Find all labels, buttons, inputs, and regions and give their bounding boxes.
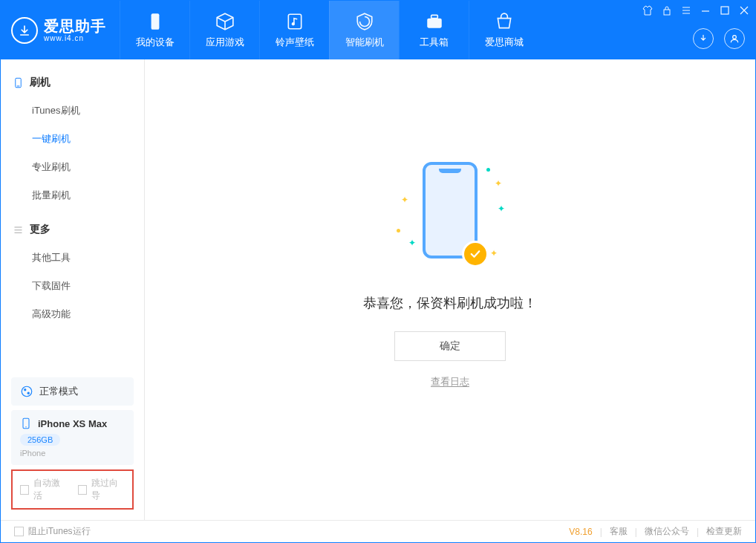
checkbox-icon: [14, 527, 24, 536]
list-icon: [13, 224, 24, 235]
note-icon: [285, 12, 304, 31]
tab-label: 我的设备: [136, 36, 175, 49]
mode-label: 正常模式: [39, 385, 78, 398]
checkbox-icon: [20, 485, 29, 495]
success-message: 恭喜您，保资料刷机成功啦！: [363, 294, 537, 312]
shield-icon: [355, 12, 374, 31]
sidebar-item-batch-flash[interactable]: 批量刷机: [1, 181, 144, 209]
main-content: ✦ ✦ ✦ ✦ ✦ 恭喜您，保资料刷机成功啦！ 确定 查看日志: [145, 59, 755, 520]
download-button[interactable]: [693, 28, 714, 49]
tab-apps-games[interactable]: 应用游戏: [189, 1, 259, 59]
sidebar-item-oneclick-flash[interactable]: 一键刷机: [1, 125, 144, 153]
storage-badge: 256GB: [20, 434, 60, 446]
tab-label: 铃声壁纸: [276, 36, 314, 49]
app-name: 爱思助手: [44, 18, 106, 34]
menu-icon[interactable]: [681, 5, 691, 16]
sidebar-item-other-tools[interactable]: 其他工具: [1, 244, 144, 272]
checkbox-icon: [78, 485, 87, 495]
chk-label: 阻止iTunes运行: [28, 525, 91, 538]
ok-button[interactable]: 确定: [394, 331, 506, 361]
svg-point-11: [24, 388, 26, 391]
user-button[interactable]: [724, 28, 745, 49]
store-icon: [495, 12, 514, 31]
options-highlight-box: 自动激活 跳过向导: [11, 469, 134, 510]
logo-icon: [11, 17, 38, 44]
phone-icon: [13, 77, 24, 88]
footer-link-support[interactable]: 客服: [610, 525, 628, 538]
tab-label: 工具箱: [420, 36, 449, 49]
sidebar-group-more: 更多: [1, 215, 144, 244]
cube-icon: [215, 12, 235, 31]
svg-rect-3: [427, 18, 442, 27]
view-log-link[interactable]: 查看日志: [431, 376, 469, 387]
svg-point-7: [733, 36, 737, 39]
sidebar-item-itunes-flash[interactable]: iTunes刷机: [1, 97, 144, 125]
svg-rect-5: [664, 10, 670, 15]
check-icon: [469, 247, 482, 261]
device-info-card[interactable]: iPhone XS Max 256GB iPhone: [11, 410, 134, 465]
device-icon: [20, 417, 32, 429]
sidebar: 刷机 iTunes刷机 一键刷机 专业刷机 批量刷机 更多 其他工具 下载固件 …: [1, 59, 145, 520]
device-icon: [146, 12, 165, 31]
logo-area: 爱思助手 www.i4.cn: [1, 1, 120, 59]
device-mode-card[interactable]: 正常模式: [11, 377, 134, 406]
svg-point-12: [27, 392, 30, 394]
device-type: iPhone: [20, 449, 125, 458]
footer-link-update[interactable]: 检查更新: [706, 525, 742, 538]
checkbox-prevent-itunes[interactable]: 阻止iTunes运行: [14, 525, 91, 538]
tab-label: 应用游戏: [206, 36, 244, 49]
status-bar: 阻止iTunes运行 V8.16 | 客服 | 微信公众号 | 检查更新: [1, 520, 755, 542]
group-title: 更多: [30, 223, 50, 236]
minimize-icon[interactable]: [700, 5, 711, 16]
lock-icon[interactable]: [662, 5, 672, 16]
chk-label: 自动激活: [33, 477, 67, 502]
sidebar-item-download-firmware[interactable]: 下载固件: [1, 272, 144, 300]
svg-rect-4: [431, 15, 437, 18]
sidebar-group-flash: 刷机: [1, 68, 144, 97]
svg-rect-0: [151, 13, 159, 30]
window-controls: [642, 5, 749, 16]
checkbox-auto-activate[interactable]: 自动激活: [20, 477, 68, 502]
tab-store[interactable]: 爱思商城: [469, 1, 538, 59]
close-icon[interactable]: [739, 5, 749, 16]
svg-point-2: [291, 22, 294, 25]
tab-ringtone-wallpaper[interactable]: 铃声壁纸: [259, 1, 329, 59]
status-icon: [20, 385, 33, 398]
tab-my-device[interactable]: 我的设备: [120, 1, 189, 59]
app-header: 爱思助手 www.i4.cn 我的设备 应用游戏 铃声壁纸 智能刷机: [1, 1, 755, 59]
tab-smart-flash[interactable]: 智能刷机: [329, 1, 399, 59]
tab-toolbox[interactable]: 工具箱: [399, 1, 469, 59]
svg-rect-6: [721, 7, 729, 14]
version-label: V8.16: [569, 527, 592, 537]
svg-point-14: [25, 426, 26, 427]
sidebar-item-pro-flash[interactable]: 专业刷机: [1, 153, 144, 181]
chk-label: 跳过向导: [91, 477, 125, 502]
success-illustration: ✦ ✦ ✦ ✦ ✦: [391, 162, 509, 281]
maximize-icon[interactable]: [720, 5, 730, 16]
group-title: 刷机: [30, 76, 50, 89]
toolbox-icon: [425, 12, 444, 31]
tab-label: 爱思商城: [485, 36, 524, 49]
svg-point-10: [22, 386, 32, 397]
sidebar-item-advanced[interactable]: 高级功能: [1, 300, 144, 328]
shirt-icon[interactable]: [642, 5, 653, 16]
app-domain: www.i4.cn: [44, 34, 106, 42]
svg-rect-1: [288, 14, 301, 29]
checkbox-skip-guide[interactable]: 跳过向导: [78, 477, 126, 502]
device-name: iPhone XS Max: [38, 418, 107, 429]
footer-link-wechat[interactable]: 微信公众号: [645, 525, 689, 538]
tab-label: 智能刷机: [345, 36, 384, 49]
nav-tabs: 我的设备 应用游戏 铃声壁纸 智能刷机 工具箱 爱思商城: [120, 1, 538, 59]
